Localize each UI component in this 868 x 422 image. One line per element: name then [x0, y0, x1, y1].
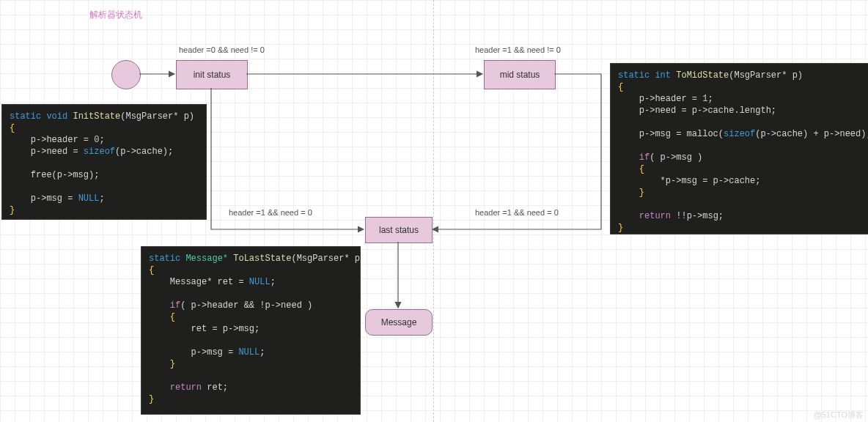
- edge-label-to-init: header =0 && need != 0: [179, 45, 265, 54]
- code-initstate: static void InitState(MsgParser* p) { p-…: [1, 104, 207, 220]
- node-mid: mid status: [484, 60, 556, 89]
- node-init: init status: [176, 60, 248, 89]
- watermark: @51CTO博客: [814, 410, 864, 421]
- code-tolaststate: static Message* ToLastState(MsgParser* p…: [141, 246, 361, 415]
- diagram-title: 解析器状态机: [89, 9, 142, 21]
- edge-label-mid-last: header =1 && need = 0: [475, 208, 559, 217]
- node-message: Message: [365, 309, 433, 336]
- start-node: [111, 60, 141, 89]
- page-divider: [433, 0, 434, 422]
- node-last: last status: [365, 217, 433, 243]
- edge-label-to-mid: header =1 && need != 0: [475, 45, 561, 54]
- edge-label-init-last: header =1 && need = 0: [229, 208, 312, 217]
- code-tomidstate: static int ToMidState(MsgParser* p) { p-…: [610, 63, 868, 234]
